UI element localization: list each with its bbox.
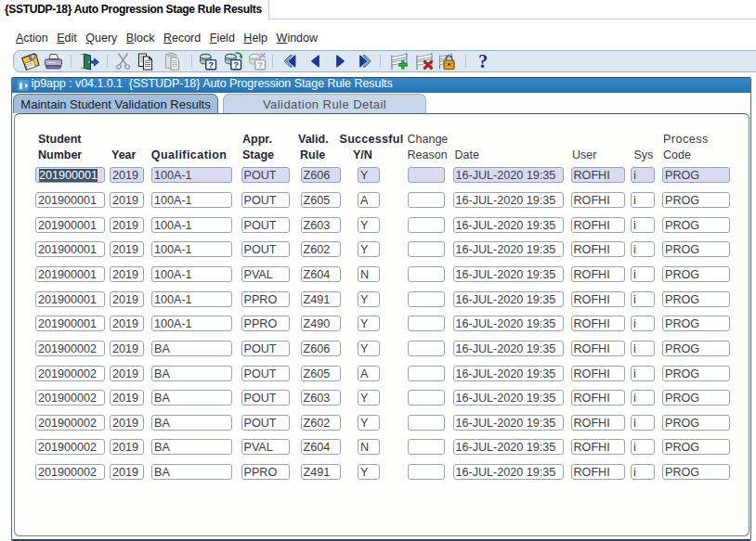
svg-text:?: ? <box>209 59 215 70</box>
svg-text:?: ? <box>257 59 263 70</box>
svg-text:?: ? <box>478 52 488 71</box>
svg-text:?: ? <box>233 59 239 70</box>
